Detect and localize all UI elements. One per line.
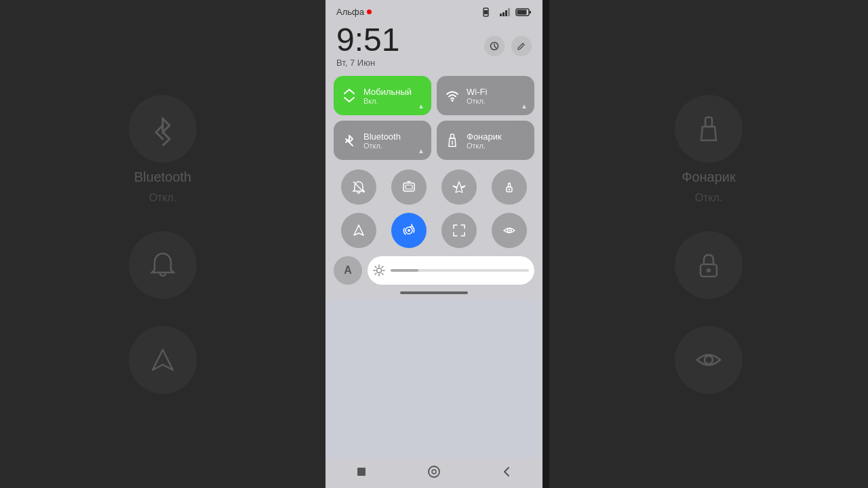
- edit-icon-btn[interactable]: [511, 36, 532, 56]
- bg-bell: [129, 231, 197, 299]
- flashlight-icon: [445, 133, 460, 148]
- lock-rotation-button[interactable]: [492, 169, 527, 205]
- background-left: Bluetooth Откл.: [0, 0, 326, 488]
- svg-point-24: [408, 229, 410, 232]
- svg-rect-12: [517, 9, 527, 14]
- svg-rect-6: [500, 14, 502, 16]
- round-buttons-row2: [326, 213, 542, 248]
- wifi-icon: [445, 88, 460, 103]
- bg-lock: [675, 231, 743, 299]
- bg-lock-icon-circle: [675, 231, 743, 299]
- bg-flashlight-label: Фонарик: [682, 169, 736, 185]
- nav-bar: [326, 458, 542, 488]
- svg-point-38: [432, 470, 436, 474]
- bg-bell-icon-circle: [129, 231, 197, 299]
- tile-bluetooth-name: Bluetooth: [363, 131, 401, 142]
- bg-location: [129, 326, 197, 394]
- bell-mute-button[interactable]: [341, 169, 376, 205]
- brightness-slider[interactable]: [368, 256, 534, 285]
- bg-location-icon-circle: [129, 326, 197, 394]
- tile-flashlight-status: Откл.: [467, 142, 502, 150]
- bg-flashlight-sublabel: Откл.: [695, 192, 723, 204]
- tile-bluetooth[interactable]: Bluetooth Откл. ▲: [334, 121, 431, 160]
- time-block: 9:51 Вт, 7 Июн: [326, 21, 542, 76]
- bg-bluetooth-label: Bluetooth: [134, 169, 192, 185]
- stop-icon: [355, 466, 368, 478]
- tile-mobile[interactable]: Мобильный Вкл. ▲: [334, 76, 431, 115]
- edit-icon: [517, 41, 526, 51]
- timer-icon-btn[interactable]: [484, 36, 505, 56]
- svg-line-35: [375, 273, 376, 274]
- svg-point-3: [705, 356, 713, 364]
- tile-flashlight-name: Фонарик: [467, 131, 502, 142]
- tile-flashlight-text: Фонарик Откл.: [467, 131, 502, 150]
- svg-rect-15: [451, 134, 454, 138]
- eye-mode-button[interactable]: [492, 213, 527, 248]
- tile-wifi-text: Wi-Fi Откл.: [467, 87, 487, 105]
- fullscreen-button[interactable]: [441, 213, 477, 248]
- time-display: 9:51: [336, 24, 399, 56]
- svg-point-27: [377, 268, 382, 273]
- phone-panel: Альфа 9:51: [326, 0, 542, 488]
- battery-icon: [515, 7, 532, 17]
- bg-flashlight: Фонарик Откл.: [675, 95, 743, 204]
- round-buttons-row1: [326, 165, 542, 209]
- screenshot-button[interactable]: [391, 169, 427, 205]
- home-indicator: [400, 291, 468, 294]
- bg-bluetooth-sublabel: Откл.: [149, 192, 177, 204]
- auto-rotate-button[interactable]: [391, 213, 427, 248]
- tile-wifi-name: Wi-Fi: [467, 87, 487, 97]
- location-button[interactable]: [341, 213, 376, 248]
- nav-stop-button[interactable]: [352, 462, 371, 481]
- svg-rect-36: [357, 468, 366, 476]
- time-action-icons: [484, 36, 532, 56]
- svg-line-33: [382, 273, 383, 274]
- svg-line-32: [375, 266, 376, 268]
- tile-wifi-arrow: ▲: [521, 102, 528, 110]
- svg-rect-0: [705, 117, 712, 127]
- tile-bluetooth-arrow: ▲: [418, 147, 425, 155]
- svg-rect-11: [529, 11, 531, 14]
- tile-wifi[interactable]: Wi-Fi Откл. ▲: [437, 76, 534, 115]
- background-right: Фонарик Откл.: [549, 0, 868, 488]
- mobile-icon: [342, 88, 357, 103]
- bg-bluetooth: Bluetooth Откл.: [129, 95, 197, 204]
- nav-home-button[interactable]: [425, 462, 443, 481]
- tile-mobile-name: Мобильный: [363, 87, 412, 97]
- bg-bluetooth-icon-circle: [129, 95, 197, 163]
- tile-mobile-text: Мобильный Вкл.: [363, 87, 412, 105]
- tile-wifi-status: Откл.: [467, 97, 487, 105]
- bg-flashlight-icon-circle: [675, 95, 743, 163]
- svg-rect-19: [406, 185, 412, 189]
- sim-icon: [483, 7, 495, 17]
- nav-back-button[interactable]: [497, 462, 516, 481]
- svg-rect-7: [502, 12, 505, 16]
- airplane-mode-button[interactable]: [441, 169, 477, 205]
- svg-rect-9: [508, 8, 510, 16]
- tile-bluetooth-status: Откл.: [363, 142, 401, 150]
- tile-mobile-status: Вкл.: [363, 97, 412, 105]
- status-icons: [483, 7, 532, 17]
- bg-eye-icon-circle: [675, 326, 743, 394]
- svg-point-26: [509, 230, 510, 231]
- svg-point-2: [707, 268, 711, 272]
- brightness-track[interactable]: [391, 269, 529, 272]
- quick-tiles-grid: Мобильный Вкл. ▲ Wi-Fi Откл. ▲: [326, 76, 542, 160]
- signal-icon: [499, 7, 511, 17]
- brightness-icon: [373, 264, 385, 277]
- timer-icon: [490, 41, 499, 51]
- carrier-info: Альфа: [336, 7, 372, 17]
- font-size-button[interactable]: A: [334, 256, 362, 285]
- brightness-fill: [391, 269, 418, 272]
- back-icon: [500, 466, 513, 478]
- svg-point-14: [452, 100, 454, 102]
- tile-flashlight[interactable]: Фонарик Откл.: [437, 121, 534, 160]
- date-display: Вт, 7 Июн: [336, 58, 399, 68]
- swipe-area: [326, 298, 542, 458]
- bg-eye: [675, 326, 743, 394]
- status-bar: Альфа: [326, 0, 542, 21]
- tile-mobile-arrow: ▲: [418, 102, 425, 110]
- svg-rect-5: [484, 10, 488, 14]
- svg-point-22: [509, 188, 511, 190]
- bluetooth-icon: [342, 133, 357, 148]
